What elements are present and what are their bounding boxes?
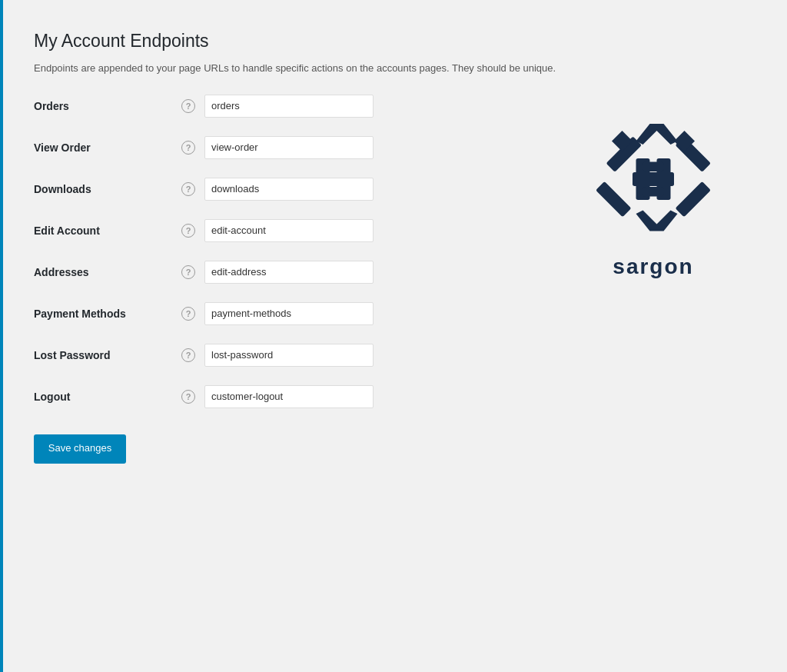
input-edit-account[interactable] (204, 219, 374, 242)
input-logout[interactable] (204, 385, 374, 408)
logo-brand-text: sargon (613, 254, 693, 279)
label-edit-account: Edit Account (34, 225, 172, 237)
label-payment-methods: Payment Methods (34, 308, 172, 320)
left-accent (0, 0, 3, 672)
svg-marker-4 (636, 210, 678, 231)
form-row-view-order: View Order? (34, 136, 523, 159)
page-description: Endpoints are appended to your page URLs… (34, 61, 753, 76)
form-rows-container: Orders?View Order?Downloads?Edit Account… (34, 95, 523, 408)
svg-marker-1 (636, 124, 678, 145)
label-addresses: Addresses (34, 266, 172, 278)
input-downloads[interactable] (204, 178, 374, 201)
form-row-addresses: Addresses? (34, 261, 523, 284)
form-row-orders: Orders? (34, 95, 523, 118)
form-row-edit-account: Edit Account? (34, 219, 523, 242)
help-icon-lost-password[interactable]: ? (181, 348, 195, 362)
content-wrapper: Orders?View Order?Downloads?Edit Account… (34, 95, 753, 464)
input-orders[interactable] (204, 95, 374, 118)
logo-section: sargon (553, 95, 753, 279)
svg-rect-10 (643, 186, 664, 196)
svg-rect-8 (633, 172, 674, 186)
input-addresses[interactable] (204, 261, 374, 284)
svg-rect-9 (643, 161, 664, 171)
label-downloads: Downloads (34, 183, 172, 195)
label-orders: Orders (34, 100, 172, 112)
page-container: My Account Endpoints Endpoints are appen… (15, 15, 772, 479)
page-title: My Account Endpoints (34, 31, 753, 52)
label-logout: Logout (34, 391, 172, 403)
form-row-payment-methods: Payment Methods? (34, 302, 523, 325)
save-changes-button[interactable]: Save changes (34, 434, 126, 464)
form-row-logout: Logout? (34, 385, 523, 408)
input-payment-methods[interactable] (204, 302, 374, 325)
svg-rect-3 (676, 181, 711, 216)
help-icon-addresses[interactable]: ? (181, 265, 195, 279)
form-row-downloads: Downloads? (34, 178, 523, 201)
input-lost-password[interactable] (204, 344, 374, 367)
help-icon-view-order[interactable]: ? (181, 141, 195, 155)
help-icon-payment-methods[interactable]: ? (181, 307, 195, 321)
form-row-lost-password: Lost Password? (34, 344, 523, 367)
svg-rect-5 (596, 181, 631, 216)
form-section: Orders?View Order?Downloads?Edit Account… (34, 95, 523, 464)
input-view-order[interactable] (204, 136, 374, 159)
label-view-order: View Order (34, 141, 172, 154)
help-icon-logout[interactable]: ? (181, 390, 195, 404)
label-lost-password: Lost Password (34, 349, 172, 361)
help-icon-edit-account[interactable]: ? (181, 224, 195, 238)
help-icon-orders[interactable]: ? (181, 99, 195, 113)
sargon-logo (584, 110, 722, 248)
help-icon-downloads[interactable]: ? (181, 182, 195, 196)
